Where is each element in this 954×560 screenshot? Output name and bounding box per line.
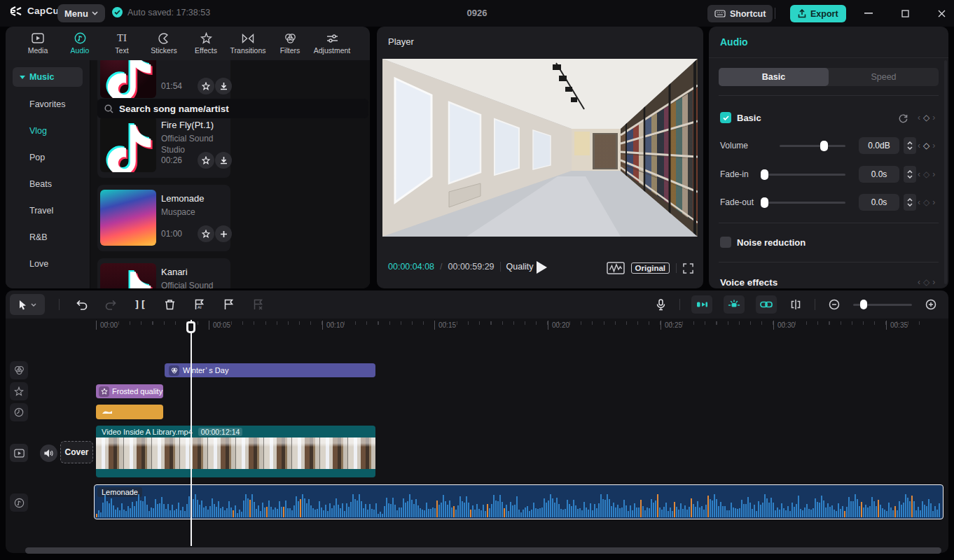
tab-effects[interactable]: Effects [185, 27, 227, 60]
minimize-button[interactable] [859, 4, 878, 22]
delete-button[interactable] [162, 297, 177, 312]
tab-speed[interactable]: Speed [829, 68, 939, 86]
link-toggle[interactable] [756, 295, 777, 314]
song-card[interactable]: 01:54 [97, 60, 230, 104]
fullscreen-icon[interactable] [683, 263, 693, 274]
favorite-star-button[interactable] [198, 152, 214, 169]
preview-axis-button[interactable] [788, 297, 803, 312]
keyframe-diamond-icon: ◇ [923, 113, 929, 122]
search-input[interactable] [119, 104, 343, 114]
waveform-bar [680, 503, 682, 517]
volume-stepper[interactable] [904, 137, 916, 154]
horizontal-scrollbar[interactable] [25, 547, 941, 554]
text-clip[interactable]: Winter’ s Day [165, 363, 375, 377]
waveform-bar [260, 511, 261, 517]
zoom-out-button[interactable] [827, 297, 842, 312]
shortcut-button[interactable]: Shortcut [707, 5, 773, 22]
song-card[interactable]: Fire Fly(Pt.1) Official Sound Studio 00:… [97, 111, 230, 178]
favorite-star-button[interactable] [198, 225, 214, 242]
tab-adjustment[interactable]: Adjustment [311, 27, 353, 60]
tab-stickers[interactable]: Stickers [143, 27, 185, 60]
waveform-view-button[interactable] [607, 262, 625, 274]
tab-media[interactable]: Media [17, 27, 59, 60]
undo-button[interactable] [74, 297, 89, 312]
record-voiceover-button[interactable] [653, 297, 668, 312]
volume-slider-handle[interactable] [820, 141, 828, 151]
split-button[interactable]: ][ [132, 297, 148, 312]
playhead[interactable] [186, 321, 195, 333]
flag-button[interactable] [221, 297, 236, 312]
timeline-zoom-slider[interactable] [853, 304, 912, 306]
sidebar-item-rnb[interactable]: R&B [6, 224, 90, 251]
noise-reduction-checkbox[interactable] [720, 237, 731, 248]
sidebar-item-music[interactable]: Music [13, 67, 83, 87]
waveform-bar [527, 506, 528, 517]
waveform-bar [239, 510, 240, 517]
volume-slider[interactable] [780, 145, 845, 147]
fade-out-value[interactable]: 0.0s [859, 194, 899, 211]
track-volume-button[interactable] [40, 444, 57, 462]
timeline-zoom-handle[interactable] [860, 300, 867, 309]
sidebar-item-favorites[interactable]: Favorites [6, 91, 90, 118]
song-card[interactable]: Kanari Official Sound [97, 258, 230, 288]
waveform-bar [317, 509, 318, 517]
maximize-button[interactable] [896, 4, 914, 22]
download-button[interactable] [215, 78, 232, 94]
tab-transitions[interactable]: Transitions [227, 27, 269, 60]
zoom-in-button[interactable] [923, 297, 939, 312]
fade-in-value[interactable]: 0.0s [859, 166, 899, 183]
sidebar-item-pop[interactable]: Pop [6, 144, 90, 171]
sidebar-item-vlog[interactable]: Vlog [6, 118, 90, 144]
tab-filters[interactable]: Filters [269, 27, 311, 60]
tab-label: Media [28, 46, 48, 55]
original-resolution-button[interactable]: Original [631, 262, 670, 274]
fade-in-slider[interactable] [761, 174, 845, 176]
keyframe-controls[interactable]: ‹◇› [918, 141, 935, 150]
play-button[interactable] [537, 261, 547, 274]
cover-button[interactable]: Cover [60, 441, 93, 463]
song-card[interactable]: Lemonade Muspace 01:00 [97, 185, 230, 251]
fade-out-slider[interactable] [761, 202, 845, 204]
search-bar[interactable] [97, 99, 368, 118]
fade-in-slider-handle[interactable] [761, 169, 768, 180]
waveform-bar [481, 510, 482, 517]
waveform-bar [640, 500, 642, 517]
ai-marker-button[interactable]: AI [191, 297, 207, 312]
download-button[interactable] [215, 152, 232, 169]
tab-basic[interactable]: Basic [719, 68, 829, 86]
magnetic-snap-toggle[interactable] [724, 295, 745, 314]
keyframe-controls[interactable]: ‹◇› [918, 169, 935, 179]
video-clip[interactable]: Video Inside A Library.mp4 00:00:12:14 [96, 426, 375, 477]
auto-ripple-toggle[interactable] [691, 295, 712, 314]
favorite-star-button[interactable] [198, 78, 214, 94]
waveform-bar [779, 510, 780, 517]
remove-flag-button[interactable] [250, 297, 265, 312]
waveform-bar [554, 503, 555, 517]
waveform-bar [930, 503, 932, 517]
sidebar-item-travel[interactable]: Travel [6, 197, 90, 224]
sticker-clip[interactable] [96, 405, 163, 419]
fade-in-stepper[interactable] [904, 166, 916, 183]
sidebar-item-beats[interactable]: Beats [6, 171, 90, 197]
scrollbar[interactable] [944, 60, 947, 284]
keyframe-controls[interactable]: ‹◇› [918, 197, 935, 207]
redo-button[interactable] [103, 297, 118, 312]
close-button[interactable] [932, 4, 950, 22]
fade-out-slider-handle[interactable] [761, 197, 768, 208]
volume-value[interactable]: 0.0dB [859, 137, 899, 154]
select-tool-button[interactable] [10, 294, 45, 315]
tab-text[interactable]: TI Text [101, 27, 143, 60]
timeline-ruler[interactable]: 00:00 00:05 00:10 00:15 00:20 00:25 00:3… [6, 318, 948, 334]
fade-out-stepper[interactable] [904, 194, 916, 211]
audio-panel-title: Audio [720, 36, 748, 48]
basic-checkbox[interactable] [720, 112, 731, 123]
keyframe-controls[interactable]: ‹◇› [918, 277, 935, 287]
keyframe-controls[interactable]: ‹◇› [918, 113, 935, 122]
export-button[interactable]: Export [790, 5, 846, 22]
add-to-timeline-button[interactable] [215, 225, 232, 242]
audio-clip[interactable]: Lemonade [94, 484, 943, 519]
effect-clip[interactable]: Frosted quality [96, 384, 163, 398]
tab-audio[interactable]: Audio [59, 27, 101, 60]
sidebar-item-love[interactable]: Love [6, 251, 90, 277]
reset-icon[interactable] [898, 113, 908, 123]
